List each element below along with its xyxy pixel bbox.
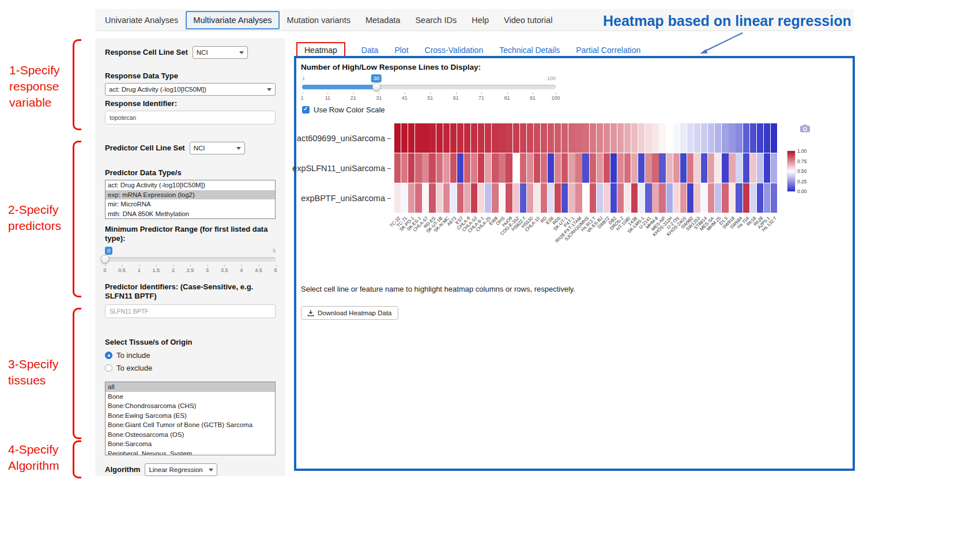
download-heatmap-data-button[interactable]: Download Heatmap Data: [301, 306, 398, 320]
heatmap-cell: [729, 183, 735, 213]
tab-technical-details[interactable]: Technical Details: [499, 46, 560, 55]
nav-tab-mutation-variants[interactable]: Mutation variants: [280, 10, 358, 30]
heatmap-cell: [743, 153, 749, 183]
min-predictor-range-slider[interactable]: 0 5 00.511.522.533.544.55: [105, 247, 276, 276]
heatmap-cell: [666, 183, 673, 213]
option-bone-ewing-sarcoma-es[interactable]: Bone:Ewing Sarcoma (ES): [105, 411, 275, 421]
heatmap-cell: [729, 123, 735, 153]
slider-tick: 4.5: [255, 267, 262, 273]
slider-handle[interactable]: [101, 255, 110, 263]
heatmap-cell: [450, 153, 457, 183]
tab-plot[interactable]: Plot: [394, 46, 408, 55]
row-color-scale-checkbox[interactable]: [302, 106, 310, 114]
slider-track[interactable]: [302, 85, 556, 89]
colorbar-tick: 0.25: [797, 179, 807, 184]
heatmap-cell: [638, 183, 644, 213]
heatmap-cell: [771, 153, 777, 183]
slider-tick: 3: [206, 267, 209, 273]
predictor-data-types-listbox[interactable]: act: Drug Activity (-log10[IC50M])exp: m…: [105, 180, 276, 219]
heatmap-cell: [666, 153, 673, 183]
slider-handle[interactable]: [372, 82, 380, 91]
slider-tick: 61: [453, 95, 459, 101]
heatmap-cell: [701, 183, 707, 213]
option-bone-sarcoma[interactable]: Bone:Sarcoma: [105, 439, 275, 449]
slider-tick: 71: [478, 95, 484, 101]
nav-tab-video-tutorial[interactable]: Video tutorial: [496, 10, 560, 30]
predictor-cell-line-set-select[interactable]: NCI: [190, 142, 245, 154]
chevron-down-icon: [209, 469, 213, 471]
page: Univariate AnalysesMultivariate Analyses…: [0, 0, 980, 551]
option-bone[interactable]: Bone: [105, 392, 275, 402]
heatmap-cell: [750, 183, 756, 213]
algorithm-select[interactable]: Linear Regression: [145, 463, 217, 476]
colorbar-tick: 0.50: [797, 168, 807, 174]
heatmap-cell: [764, 153, 770, 183]
heatmap-cell: [422, 183, 428, 213]
response-cell-line-set-select[interactable]: NCI: [193, 46, 248, 59]
heatmap-cell: [520, 123, 526, 153]
slider-tick: 81: [504, 95, 510, 101]
heatmap-cell: [736, 183, 742, 213]
heatmap-cell: [436, 183, 443, 213]
heatmap-cell: [659, 123, 665, 153]
option-act-drug-activity-log10-ic50m[interactable]: act: Drug Activity (-log10[IC50M]): [105, 180, 275, 190]
axis-tick: [387, 168, 391, 169]
heatmap-cell: [610, 153, 617, 183]
option-bone-chondrosarcoma-chs[interactable]: Bone:Chondrosarcoma (CHS): [105, 401, 275, 411]
heatmap-cell: [561, 123, 568, 153]
camera-icon[interactable]: [800, 124, 810, 133]
slider-ticks: 00.511.522.533.544.55: [105, 265, 276, 273]
response-identifier-input[interactable]: topotecan: [105, 111, 276, 124]
heatmap-cell: [415, 153, 421, 183]
heatmap-cell: [715, 183, 721, 213]
heatmap-cell: [666, 123, 673, 153]
nav-tab-univariate-analyses[interactable]: Univariate Analyses: [97, 10, 186, 30]
axis-tick: [387, 198, 391, 199]
nav-tab-metadata[interactable]: Metadata: [358, 10, 408, 30]
radio-to-include[interactable]: To include: [105, 351, 276, 360]
heatmap-cell: [415, 183, 421, 213]
heatmap-cell: [582, 153, 589, 183]
heatmap-cell: [624, 153, 631, 183]
row-label-text: expSLFN11_uniSarcoma: [292, 164, 385, 173]
option-all[interactable]: all: [105, 382, 275, 392]
option-bone-giant-cell-tumor-of-bone-gctb-sarcoma[interactable]: Bone:Giant Cell Tumor of Bone (GCTB) Sar…: [105, 420, 275, 430]
heatmap-cell: [582, 183, 589, 213]
tissue-radio-group: To includeTo exclude: [105, 351, 276, 372]
predictor-identifiers-label: Predictor Identifiers: (Case-Sensitive, …: [105, 282, 276, 301]
slider-track[interactable]: [105, 257, 276, 262]
heatmap-row-label[interactable]: expSLFN11_uniSarcoma: [289, 153, 391, 183]
response-cell-line-set-value: NCI: [197, 49, 208, 56]
heatmap-row-label[interactable]: expBPTF_uniSarcoma: [289, 183, 391, 213]
tissue-listbox[interactable]: allBoneBone:Chondrosarcoma (CHS)Bone:Ewi…: [105, 382, 276, 455]
results-panel: Number of High/Low Response Lines to Dis…: [294, 56, 855, 471]
radio-to-exclude[interactable]: To exclude: [105, 364, 276, 372]
lines-slider[interactable]: 1 100 30 1112131415161718191100: [302, 74, 556, 99]
nav-tab-search-ids[interactable]: Search IDs: [408, 10, 464, 30]
annotation-step4: 4-Specify Algorithm: [8, 441, 80, 474]
tab-data[interactable]: Data: [361, 46, 379, 55]
option-bone-osteosarcoma-os[interactable]: Bone:Osteosarcoma (OS): [105, 430, 275, 440]
nav-tab-help[interactable]: Help: [464, 10, 496, 30]
nav-tab-multivariate-analyses[interactable]: Multivariate Analyses: [186, 11, 279, 29]
tab-partial-correlation[interactable]: Partial Correlation: [576, 46, 640, 55]
heatmap-cell: [568, 123, 575, 153]
heatmap[interactable]: act609699_uniSarcomaexpSLFN11_uniSarcoma…: [394, 123, 778, 213]
option-mth-dna-850k-methylation[interactable]: mth: DNA 850K Methylation: [105, 209, 275, 219]
heatmap-cell: [771, 123, 777, 153]
annotation-bracket-1: [73, 39, 81, 130]
heatmap-cell: [499, 123, 505, 153]
annotation-step3: 3-Specify tissues: [8, 356, 80, 388]
heatmap-row-label[interactable]: act609699_uniSarcoma: [289, 123, 391, 153]
heatmap-cell: [604, 183, 610, 213]
option-peripheral-nervous-system[interactable]: Peripheral_Nervous_System: [105, 449, 275, 456]
heatmap-cell: [485, 123, 491, 153]
option-exp-mrna-expression-log2[interactable]: exp: mRNA Expression (log2): [105, 190, 275, 200]
tab-cross-validation[interactable]: Cross-Validation: [425, 46, 484, 55]
response-data-type-select[interactable]: act: Drug Activity (-log10[IC50M]): [105, 83, 276, 96]
option-mir-microrna[interactable]: mir: MicroRNA: [105, 199, 275, 209]
heatmap-cell: [429, 153, 435, 183]
predictor-identifiers-input[interactable]: SLFN11 BPTF: [105, 304, 276, 318]
algorithm-label: Algorithm: [105, 465, 140, 474]
heatmap-cell: [645, 183, 651, 213]
